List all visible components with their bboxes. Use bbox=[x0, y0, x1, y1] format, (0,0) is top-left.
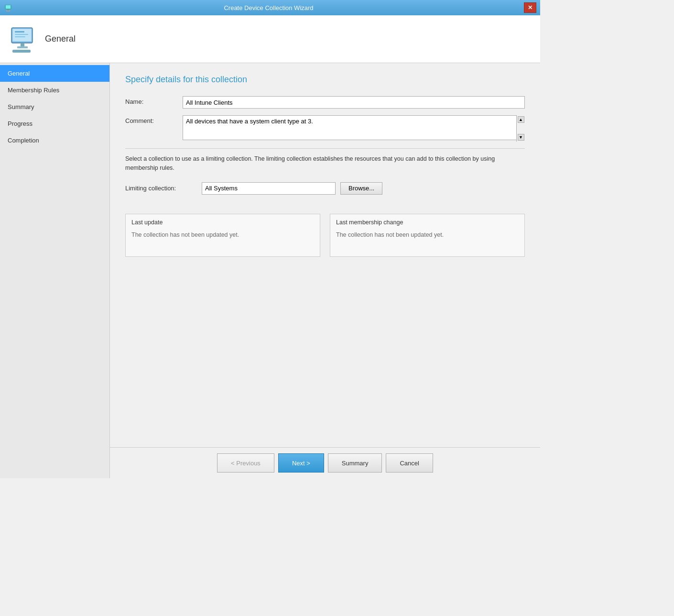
last-membership-box: Last membership change The collection ha… bbox=[330, 214, 525, 257]
name-row: Name: bbox=[125, 96, 525, 109]
svg-rect-1 bbox=[6, 5, 11, 9]
name-label: Name: bbox=[125, 96, 183, 105]
title-bar: Create Device Collection Wizard ✕ bbox=[0, 0, 540, 15]
name-input[interactable] bbox=[183, 96, 525, 109]
content-area: Specify details for this collection Name… bbox=[110, 63, 540, 478]
window-title: Create Device Collection Wizard bbox=[13, 4, 524, 11]
header-title: General bbox=[45, 34, 76, 44]
svg-rect-7 bbox=[17, 46, 28, 48]
comment-label: Comment: bbox=[125, 115, 183, 124]
limiting-collection-row: Limiting collection: Browse... bbox=[125, 182, 525, 195]
page-title: Specify details for this collection bbox=[125, 75, 525, 85]
scroll-up-btn[interactable]: ▲ bbox=[518, 116, 524, 123]
comment-textarea[interactable] bbox=[183, 115, 525, 140]
svg-rect-3 bbox=[6, 11, 10, 11]
computer-icon bbox=[8, 24, 38, 55]
title-bar-icon bbox=[4, 3, 13, 12]
svg-rect-2 bbox=[7, 10, 9, 11]
info-text: Select a collection to use as a limiting… bbox=[125, 148, 525, 173]
sidebar-item-membership-rules[interactable]: Membership Rules bbox=[0, 82, 109, 99]
info-boxes: Last update The collection has not been … bbox=[125, 214, 525, 257]
summary-button[interactable]: Summary bbox=[328, 453, 382, 473]
header-area: General bbox=[0, 15, 540, 63]
sidebar-item-completion[interactable]: Completion bbox=[0, 132, 109, 149]
limiting-collection-input[interactable] bbox=[202, 182, 336, 195]
last-update-box: Last update The collection has not been … bbox=[125, 214, 320, 257]
sidebar-item-general[interactable]: General bbox=[0, 65, 109, 82]
last-update-text: The collection has not been updated yet. bbox=[131, 231, 314, 240]
limiting-collection-label: Limiting collection: bbox=[125, 185, 202, 192]
comment-wrapper: ▲ ▼ bbox=[183, 115, 525, 142]
sidebar-item-progress[interactable]: Progress bbox=[0, 115, 109, 132]
comment-row: Comment: ▲ ▼ bbox=[125, 115, 525, 142]
scroll-down-btn[interactable]: ▼ bbox=[518, 134, 524, 141]
svg-rect-11 bbox=[15, 34, 28, 35]
sidebar-item-summary[interactable]: Summary bbox=[0, 99, 109, 115]
svg-rect-12 bbox=[15, 36, 25, 37]
content-body: Specify details for this collection Name… bbox=[110, 63, 540, 447]
last-update-title: Last update bbox=[131, 219, 314, 226]
svg-rect-8 bbox=[12, 50, 31, 53]
main-layout: General Membership Rules Summary Progres… bbox=[0, 63, 540, 478]
app-icon bbox=[4, 3, 13, 12]
footer: < Previous Next > Summary Cancel bbox=[110, 447, 540, 478]
svg-rect-6 bbox=[21, 43, 24, 47]
last-membership-text: The collection has not been updated yet. bbox=[336, 231, 519, 240]
cancel-button[interactable]: Cancel bbox=[386, 453, 433, 473]
browse-button[interactable]: Browse... bbox=[340, 182, 382, 195]
sidebar: General Membership Rules Summary Progres… bbox=[0, 63, 110, 478]
textarea-scrollbar: ▲ ▼ bbox=[516, 115, 525, 142]
previous-button[interactable]: < Previous bbox=[217, 453, 274, 473]
next-button[interactable]: Next > bbox=[278, 453, 324, 473]
close-button[interactable]: ✕ bbox=[524, 2, 536, 13]
svg-rect-10 bbox=[15, 31, 24, 33]
header-icon bbox=[8, 24, 38, 55]
last-membership-title: Last membership change bbox=[336, 219, 519, 226]
